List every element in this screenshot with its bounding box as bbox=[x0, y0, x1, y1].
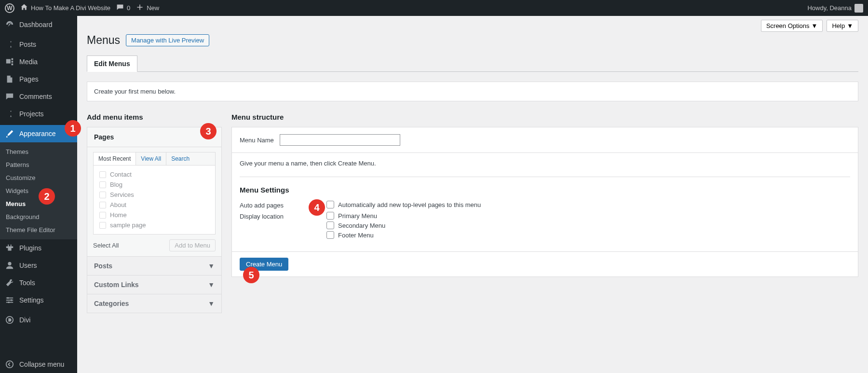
new-label: New bbox=[147, 4, 159, 12]
svg-point-5 bbox=[11, 299, 13, 301]
option-label: Automatically add new top-level pages to… bbox=[338, 201, 481, 208]
sidebar-item-divi[interactable]: Divi bbox=[0, 311, 77, 329]
page-item-label: Blog bbox=[110, 181, 122, 188]
submenu-background[interactable]: Background bbox=[0, 210, 77, 223]
sidebar-item-label: Dashboard bbox=[19, 21, 53, 28]
submenu-customize[interactable]: Customize bbox=[0, 171, 77, 184]
sidebar-item-label: Comments bbox=[19, 93, 52, 100]
option-label: Footer Menu bbox=[338, 232, 374, 239]
live-preview-button[interactable]: Manage with Live Preview bbox=[126, 34, 209, 46]
menu-edit-panel: Menu Name Give your menu a name, then cl… bbox=[231, 127, 858, 277]
page-item[interactable]: Contact bbox=[97, 169, 211, 180]
pages-checklist: Contact Blog Services About Home sample … bbox=[93, 165, 216, 235]
location-primary[interactable]: Primary Menu bbox=[326, 212, 385, 220]
menu-structure-heading: Menu structure bbox=[231, 113, 858, 121]
sidebar-item-users[interactable]: Users bbox=[0, 257, 77, 274]
appearance-submenu: Themes Patterns Customize Widgets Menus … bbox=[0, 142, 77, 239]
home-icon bbox=[20, 3, 28, 13]
page-item[interactable]: About bbox=[97, 200, 211, 210]
accordion-pages-body: Most Recent View All Search Contact Blog… bbox=[87, 147, 221, 256]
page-item-label: Home bbox=[110, 211, 127, 219]
page-item-label: About bbox=[110, 201, 126, 208]
location-secondary[interactable]: Secondary Menu bbox=[326, 221, 385, 229]
sidebar-item-settings[interactable]: Settings bbox=[0, 291, 77, 309]
checkbox[interactable] bbox=[99, 212, 106, 219]
svg-point-8 bbox=[6, 361, 13, 368]
page-item[interactable]: Services bbox=[97, 190, 211, 200]
sidebar-item-appearance[interactable]: Appearance bbox=[0, 125, 77, 142]
checkbox[interactable] bbox=[99, 171, 106, 178]
add-menu-items-heading: Add menu items bbox=[87, 113, 222, 121]
checkbox[interactable] bbox=[99, 192, 106, 198]
page-item[interactable]: Home bbox=[97, 210, 211, 220]
page-item[interactable]: Blog bbox=[97, 180, 211, 190]
location-checkbox[interactable] bbox=[326, 221, 334, 229]
divi-icon bbox=[5, 315, 14, 325]
avatar-icon bbox=[854, 4, 863, 13]
accordion-label: Posts bbox=[94, 262, 112, 270]
accordion-pages-head[interactable]: Pages bbox=[87, 127, 221, 147]
wp-logo-menu[interactable]: W bbox=[5, 3, 14, 13]
location-footer[interactable]: Footer Menu bbox=[326, 231, 385, 239]
page-item[interactable]: sample page bbox=[97, 220, 211, 230]
comments-link[interactable]: 0 bbox=[116, 3, 130, 13]
page-item-label: sample page bbox=[110, 221, 146, 229]
accordion-custom-links-head[interactable]: Custom Links▼ bbox=[87, 275, 221, 294]
nav-tab-wrapper: Edit Menus bbox=[87, 55, 858, 72]
auto-add-checkbox[interactable] bbox=[326, 201, 334, 208]
howdy-text: Howdy, Deanna bbox=[807, 4, 852, 12]
pages-tab-search[interactable]: Search bbox=[166, 152, 215, 165]
select-all-link[interactable]: Select All bbox=[93, 242, 119, 249]
add-to-menu-button[interactable]: Add to Menu bbox=[169, 239, 216, 251]
admin-bar: W How To Make A Divi Website 0 New Howdy… bbox=[0, 0, 868, 16]
collapse-menu-button[interactable]: Collapse menu bbox=[0, 356, 77, 373]
caret-down-icon: ▼ bbox=[208, 262, 215, 270]
checkbox[interactable] bbox=[99, 222, 106, 229]
svg-point-4 bbox=[7, 297, 9, 299]
comments-count: 0 bbox=[127, 4, 130, 12]
tab-edit-menus[interactable]: Edit Menus bbox=[87, 55, 137, 72]
pages-tab-view-all[interactable]: View All bbox=[136, 152, 166, 165]
sidebar-item-pages[interactable]: Pages bbox=[0, 70, 77, 88]
sidebar-item-comments[interactable]: Comments bbox=[0, 88, 77, 105]
checkbox[interactable] bbox=[99, 202, 106, 208]
menu-name-input[interactable] bbox=[280, 134, 400, 146]
pages-tab-most-recent[interactable]: Most Recent bbox=[94, 152, 136, 165]
caret-down-icon: ▼ bbox=[208, 281, 215, 289]
sidebar-item-label: Appearance bbox=[19, 130, 56, 138]
svg-point-6 bbox=[8, 302, 10, 304]
menu-settings-heading: Menu Settings bbox=[240, 186, 850, 194]
checkbox[interactable] bbox=[99, 181, 106, 188]
submenu-patterns[interactable]: Patterns bbox=[0, 158, 77, 171]
auto-add-pages-option[interactable]: Automatically add new top-level pages to… bbox=[326, 201, 481, 208]
plus-icon bbox=[136, 3, 144, 13]
sidebar-item-dashboard[interactable]: Dashboard bbox=[0, 16, 77, 33]
page-icon bbox=[5, 74, 14, 84]
location-checkbox[interactable] bbox=[326, 212, 334, 220]
submenu-themes[interactable]: Themes bbox=[0, 145, 77, 158]
new-content-link[interactable]: New bbox=[136, 3, 159, 13]
screen-options-button[interactable]: Screen Options▼ bbox=[761, 20, 823, 32]
comment-icon bbox=[5, 92, 14, 101]
location-checkbox[interactable] bbox=[326, 231, 334, 239]
svg-point-0 bbox=[8, 262, 11, 265]
add-items-accordion: Pages Most Recent View All Search Contac… bbox=[87, 127, 222, 313]
create-menu-button[interactable]: Create Menu bbox=[240, 258, 288, 271]
sidebar-item-plugins[interactable]: Plugins bbox=[0, 239, 77, 257]
submenu-widgets[interactable]: Widgets bbox=[0, 184, 77, 197]
user-icon bbox=[5, 261, 14, 270]
accordion-posts-head[interactable]: Posts▼ bbox=[87, 256, 221, 275]
howdy-account[interactable]: Howdy, Deanna bbox=[807, 4, 863, 13]
site-name-link[interactable]: How To Make A Divi Website bbox=[20, 3, 110, 13]
sidebar-item-projects[interactable]: Projects bbox=[0, 105, 77, 123]
sidebar-item-tools[interactable]: Tools bbox=[0, 274, 77, 291]
sidebar-item-media[interactable]: Media bbox=[0, 53, 77, 70]
sidebar-item-posts[interactable]: Posts bbox=[0, 36, 77, 53]
brush-icon bbox=[5, 129, 14, 138]
caret-down-icon: ▼ bbox=[812, 22, 818, 29]
pin-icon bbox=[5, 40, 14, 49]
help-button[interactable]: Help▼ bbox=[827, 20, 858, 32]
submenu-theme-file-editor[interactable]: Theme File Editor bbox=[0, 223, 77, 236]
accordion-categories-head[interactable]: Categories▼ bbox=[87, 294, 221, 313]
submenu-menus[interactable]: Menus bbox=[0, 197, 77, 210]
